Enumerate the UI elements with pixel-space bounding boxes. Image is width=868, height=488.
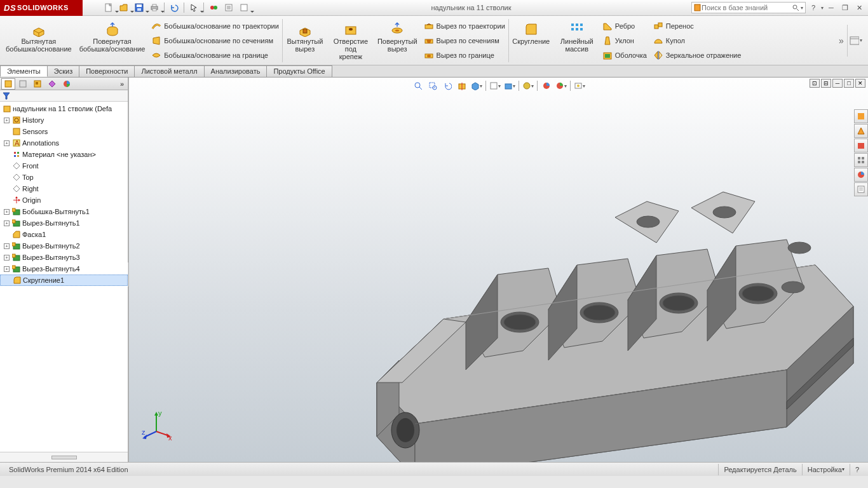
viewport-minimize[interactable]: ─ xyxy=(832,79,843,88)
tree-item[interactable]: Материал <не указан> xyxy=(0,149,128,160)
render-button[interactable]: ▾ xyxy=(573,79,587,92)
select-button[interactable] xyxy=(187,1,201,14)
fm-tab-property[interactable] xyxy=(16,78,30,90)
tab-office[interactable]: Продукты Office xyxy=(266,65,332,77)
tree-expand-toggle[interactable]: + xyxy=(4,243,10,249)
move-button[interactable]: Перенос xyxy=(650,19,745,33)
swept-cut-button[interactable]: Вырез по траектории xyxy=(421,19,508,33)
viewport-close[interactable]: ✕ xyxy=(855,79,865,88)
revolved-boss-button[interactable]: Повернутая бобышка/основание xyxy=(76,18,149,63)
fm-tab-display[interactable] xyxy=(60,78,74,90)
graphics-viewport[interactable]: ▾ ▾ ▾ ▾ ▾ ▾ ⊡ ⊟ ─ □ ✕ xyxy=(128,78,868,462)
tree-item[interactable]: Скругление1 xyxy=(0,274,128,286)
fm-tab-dimxpert[interactable] xyxy=(45,78,59,90)
ribbon-overflow-button[interactable]: » xyxy=(837,36,846,46)
boundary-cut-button[interactable]: Вырез по границе xyxy=(421,48,508,62)
fm-tab-tree[interactable] xyxy=(1,78,15,90)
taskpane-resources[interactable] xyxy=(854,109,868,123)
tree-item[interactable]: +AAnnotations xyxy=(0,137,128,149)
extruded-boss-button[interactable]: Вытянутая бобышка/основание xyxy=(3,18,75,63)
rib-button[interactable]: Ребро xyxy=(599,19,650,33)
new-file-button[interactable] xyxy=(102,1,116,14)
ribbon-options-button[interactable]: ▾ xyxy=(849,34,863,47)
view-orientation-button[interactable]: ▾ xyxy=(470,79,484,92)
search-input[interactable] xyxy=(702,4,792,11)
tree-expand-toggle[interactable]: + xyxy=(4,266,10,272)
tree-item[interactable]: +Вырез-Вытянуть3 xyxy=(0,252,128,263)
tree-item[interactable]: Фаска1 xyxy=(0,229,128,240)
save-button[interactable] xyxy=(132,1,146,14)
status-customize[interactable]: Настройка ▾ xyxy=(802,464,850,475)
tree-expand-toggle[interactable]: + xyxy=(4,220,10,226)
fm-tab-config[interactable] xyxy=(31,78,44,90)
fm-filter-bar[interactable] xyxy=(0,90,128,102)
display-style-button[interactable]: ▾ xyxy=(488,79,502,92)
tab-sheetmetal[interactable]: Листовой металл xyxy=(134,65,204,77)
boundary-boss-button[interactable]: Бобышка/основание на границе xyxy=(148,48,282,62)
dropdown-button[interactable] xyxy=(237,1,251,14)
view-settings-button[interactable]: ▾ xyxy=(554,79,568,92)
rebuild-button[interactable] xyxy=(207,1,220,14)
feature-tree[interactable]: надульник на 11 стволик (Defa +HistorySe… xyxy=(0,102,128,452)
prev-view-button[interactable] xyxy=(440,79,454,92)
taskpane-view-palette[interactable] xyxy=(854,153,868,167)
taskpane-appearances[interactable] xyxy=(854,168,868,182)
tab-sketch[interactable]: Эскиз xyxy=(47,65,79,77)
tree-root[interactable]: надульник на 11 стволик (Defa xyxy=(0,103,128,114)
status-help-button[interactable]: ? xyxy=(850,464,864,475)
search-box[interactable]: ▾ xyxy=(691,2,806,13)
search-dropdown[interactable]: ▾ xyxy=(801,5,803,11)
lofted-cut-button[interactable]: Вырез по сечениям xyxy=(421,34,508,48)
zoom-fit-button[interactable] xyxy=(411,79,425,92)
revolved-cut-button[interactable]: Повернутый вырез xyxy=(374,18,421,63)
tree-expand-toggle[interactable]: + xyxy=(4,140,10,146)
tab-evaluate[interactable]: Анализировать xyxy=(204,65,268,77)
undo-button[interactable] xyxy=(167,1,181,14)
model-3d-view[interactable] xyxy=(294,141,866,462)
viewport-maximize[interactable]: □ xyxy=(844,79,854,88)
edit-appearance-button[interactable]: ▾ xyxy=(521,79,535,92)
restore-button[interactable]: ❐ xyxy=(839,2,851,13)
help-button[interactable]: ? xyxy=(807,2,820,13)
hole-wizard-button[interactable]: Отверстие под крепеж xyxy=(329,18,373,63)
print-button[interactable] xyxy=(147,1,161,14)
tree-item[interactable]: Origin xyxy=(0,194,128,206)
tree-expand-toggle[interactable]: + xyxy=(4,255,10,261)
help-dropdown[interactable]: ▾ xyxy=(821,5,824,11)
options-button[interactable] xyxy=(222,1,236,14)
tree-item[interactable]: +Бобышка-Вытянуть1 xyxy=(0,206,128,217)
fillet-button[interactable]: Скругление xyxy=(509,18,553,63)
shell-button[interactable]: Оболочка xyxy=(599,48,650,62)
apply-scene-button[interactable] xyxy=(539,79,553,92)
tree-item[interactable]: +Вырез-Вытянуть4 xyxy=(0,263,128,274)
view-triad[interactable]: y x z xyxy=(140,409,172,441)
viewport-btn2[interactable]: ⊟ xyxy=(821,79,831,88)
taskpane-custom-props[interactable] xyxy=(854,182,868,196)
open-file-button[interactable] xyxy=(117,1,131,14)
taskpane-file-explorer[interactable] xyxy=(854,139,868,152)
tab-features[interactable]: Элементы xyxy=(0,65,48,77)
tree-expand-toggle[interactable]: + xyxy=(4,118,10,123)
draft-button[interactable]: Уклон xyxy=(599,34,650,48)
tree-item[interactable]: +Вырез-Вытянуть2 xyxy=(0,240,128,252)
taskpane-design-library[interactable] xyxy=(854,124,868,138)
tree-item[interactable]: Top xyxy=(0,172,128,183)
minimize-button[interactable]: ─ xyxy=(825,2,837,13)
tree-expand-toggle[interactable]: + xyxy=(4,209,10,215)
viewport-btn1[interactable]: ⊡ xyxy=(810,79,820,88)
lofted-boss-button[interactable]: Бобышка/основание по сечениям xyxy=(148,34,282,48)
tree-item[interactable]: Front xyxy=(0,160,128,172)
tree-item[interactable]: +History xyxy=(0,114,128,126)
swept-boss-button[interactable]: Бобышка/основание по траектории xyxy=(148,19,282,33)
tree-item[interactable]: +Вырез-Вытянуть1 xyxy=(0,217,128,229)
fm-expand-button[interactable]: » xyxy=(118,80,126,88)
tab-surfaces[interactable]: Поверхности xyxy=(79,65,135,77)
tree-item[interactable]: Sensors xyxy=(0,126,128,137)
search-icon[interactable] xyxy=(792,4,799,11)
linear-pattern-button[interactable]: Линейный массив xyxy=(555,18,599,63)
section-view-button[interactable] xyxy=(455,79,469,92)
sidebar-scrollbar[interactable] xyxy=(0,452,128,462)
dome-button[interactable]: Купол xyxy=(650,34,745,48)
zoom-area-button[interactable] xyxy=(426,79,440,92)
hide-show-button[interactable]: ▾ xyxy=(503,79,517,92)
